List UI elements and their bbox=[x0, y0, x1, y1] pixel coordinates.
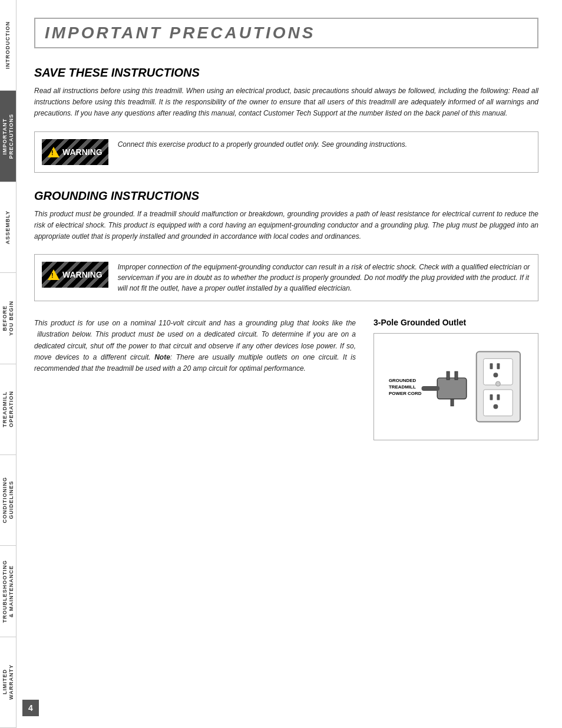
grounding-instructions-heading: GROUNDING INSTRUCTIONS bbox=[34, 189, 538, 203]
grounding-instructions-body: This product must be grounded. If a trea… bbox=[34, 209, 538, 243]
svg-point-12 bbox=[493, 373, 498, 377]
sidebar-item-troubleshooting[interactable]: TROUBLESHOOTING & MAINTENANCE bbox=[0, 546, 16, 637]
warning-box-1: WARNING Connect this exercise product to… bbox=[34, 131, 538, 173]
svg-rect-13 bbox=[484, 390, 513, 416]
warning-badge-inner-2: WARNING bbox=[48, 269, 103, 280]
grounding-instructions-section: GROUNDING INSTRUCTIONS This product must… bbox=[34, 189, 538, 243]
svg-rect-14 bbox=[490, 394, 493, 400]
page-number: 4 bbox=[22, 700, 39, 716]
svg-rect-10 bbox=[490, 363, 493, 369]
warning-text-1: Connect this exercise product to a prope… bbox=[118, 139, 531, 150]
svg-rect-9 bbox=[484, 359, 513, 386]
outlet-diagram: GROUNDED TREADMILL POWER CORD bbox=[373, 333, 538, 440]
lower-right: 3-Pole Grounded Outlet GROUNDED TREADMIL… bbox=[373, 318, 538, 440]
svg-rect-6 bbox=[455, 371, 458, 380]
warning-triangle-icon-2 bbox=[48, 269, 59, 280]
svg-point-16 bbox=[493, 404, 498, 409]
lower-left: This product is for use on a nominal 110… bbox=[34, 318, 356, 440]
svg-rect-4 bbox=[437, 378, 467, 399]
sidebar-item-treadmill-operation[interactable]: TREADMILL OPERATION bbox=[0, 364, 16, 455]
sidebar: INTRODUCTION IMPORTANT PRECAUTIONS ASSEM… bbox=[0, 0, 16, 728]
lower-section: This product is for use on a nominal 110… bbox=[34, 318, 538, 440]
warning-label-2: WARNING bbox=[62, 270, 103, 279]
save-instructions-body: Read all instructions before using this … bbox=[34, 85, 538, 120]
svg-rect-7 bbox=[451, 399, 454, 406]
sidebar-item-before-you-begin[interactable]: BEFORE YOU BEGIN bbox=[0, 273, 16, 364]
warning-text-2: Improper connection of the equipment-gro… bbox=[118, 262, 531, 294]
save-instructions-heading: SAVE THESE INSTRUCTIONS bbox=[34, 66, 538, 80]
warning-triangle-icon-1 bbox=[48, 147, 59, 157]
svg-rect-15 bbox=[497, 394, 500, 400]
page-title: IMPORTANT PRECAUTIONS bbox=[34, 18, 538, 48]
warning-badge-2: WARNING bbox=[42, 262, 108, 288]
svg-text:POWER CORD: POWER CORD bbox=[389, 391, 422, 396]
outlet-diagram-title: 3-Pole Grounded Outlet bbox=[373, 318, 538, 327]
sidebar-item-assembly[interactable]: ASSEMBLY bbox=[0, 182, 16, 273]
main-content: IMPORTANT PRECAUTIONS SAVE THESE INSTRUC… bbox=[16, 0, 562, 728]
sidebar-item-introduction[interactable]: INTRODUCTION bbox=[0, 0, 16, 91]
save-instructions-section: SAVE THESE INSTRUCTIONS Read all instruc… bbox=[34, 66, 538, 120]
warning-box-2: WARNING Improper connection of the equip… bbox=[34, 254, 538, 301]
svg-rect-5 bbox=[447, 371, 449, 380]
warning-badge-1: WARNING bbox=[42, 139, 108, 165]
svg-text:GROUNDED: GROUNDED bbox=[389, 378, 416, 383]
sidebar-item-important-precautions[interactable]: IMPORTANT PRECAUTIONS bbox=[0, 91, 16, 182]
warning-badge-inner-1: WARNING bbox=[48, 147, 103, 157]
warning-label-1: WARNING bbox=[62, 147, 103, 157]
svg-rect-11 bbox=[497, 363, 500, 369]
outlet-svg: GROUNDED TREADMILL POWER CORD bbox=[386, 345, 526, 428]
svg-point-17 bbox=[495, 381, 500, 386]
sidebar-item-conditioning-guidelines[interactable]: CONDITIONING GUIDELINES bbox=[0, 455, 16, 546]
lower-body-text: This product is for use on a nominal 110… bbox=[34, 318, 356, 374]
svg-text:TREADMILL: TREADMILL bbox=[389, 384, 416, 390]
sidebar-item-limited-warranty[interactable]: LIMITED WARRANTY bbox=[0, 637, 16, 728]
